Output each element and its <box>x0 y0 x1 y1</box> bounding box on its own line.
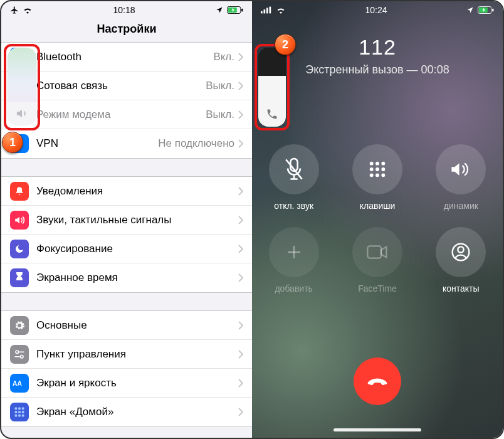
row-label: Звуки, тактильные сигналы <box>36 214 238 226</box>
signal-icon <box>261 6 272 14</box>
chevron-right-icon <box>238 321 243 330</box>
chevron-right-icon <box>238 273 243 282</box>
row-label: Фокусирование <box>36 243 238 255</box>
row-label: VPN <box>36 137 158 150</box>
moon-icon <box>10 240 29 258</box>
gear-icon <box>10 316 29 335</box>
svg-rect-24 <box>492 9 493 12</box>
contacts-button[interactable]: контакты <box>436 227 486 294</box>
keypad-button[interactable]: клавиши <box>352 144 402 211</box>
annotation-box-2 <box>255 44 290 130</box>
button-label: FaceTime <box>358 283 397 294</box>
switches-icon <box>10 345 29 364</box>
chevron-right-icon <box>238 82 243 90</box>
svg-point-40 <box>458 246 464 252</box>
svg-rect-9 <box>15 408 18 410</box>
row-general[interactable]: Основные <box>1 311 252 340</box>
button-label: динамик <box>444 201 478 211</box>
sound-icon <box>10 211 29 230</box>
settings-group-general: Основные Пункт управления AA Экран и ярк… <box>1 310 252 427</box>
page-title: Настройки <box>1 19 252 42</box>
facetime-button[interactable]: FaceTime <box>352 227 402 294</box>
svg-point-30 <box>370 167 374 171</box>
svg-text:AA: AA <box>13 379 22 386</box>
row-label: Пункт управления <box>36 348 238 361</box>
row-sounds[interactable]: Звуки, тактильные сигналы <box>1 206 252 235</box>
annotation-box-1 <box>4 44 40 130</box>
svg-point-33 <box>370 173 374 177</box>
svg-rect-38 <box>367 246 381 258</box>
svg-rect-2 <box>241 9 243 12</box>
status-time: 10:18 <box>113 5 135 15</box>
row-label: Экранное время <box>36 272 238 284</box>
button-label: клавиши <box>360 201 396 211</box>
svg-point-34 <box>375 173 379 177</box>
location-icon <box>466 6 474 14</box>
chevron-right-icon <box>238 187 243 196</box>
home-indicator[interactable] <box>333 428 421 431</box>
row-notifications[interactable]: Уведомления <box>1 177 252 206</box>
chevron-right-icon <box>238 216 243 225</box>
call-screen: 10:24 112 Экстренный вызов — 00:08 откл.… <box>252 1 503 438</box>
chevron-right-icon <box>238 408 243 416</box>
svg-point-27 <box>370 162 374 166</box>
button-label: откл. звук <box>274 201 313 211</box>
speaker-button[interactable]: динамик <box>436 144 486 211</box>
grid-icon <box>10 403 29 421</box>
end-call-button[interactable] <box>354 357 401 405</box>
svg-point-32 <box>381 167 385 171</box>
svg-rect-16 <box>18 415 21 417</box>
chevron-right-icon <box>238 245 243 253</box>
aa-icon: AA <box>10 374 29 393</box>
row-label: Сотовая связь <box>36 80 206 92</box>
row-label: Bluetooth <box>36 51 213 63</box>
svg-rect-12 <box>15 411 18 413</box>
svg-rect-17 <box>22 415 24 417</box>
status-bar: 10:18 <box>1 1 252 19</box>
svg-rect-13 <box>18 411 21 413</box>
row-screentime[interactable]: Экранное время <box>1 263 252 292</box>
svg-rect-15 <box>15 415 18 417</box>
location-icon <box>216 6 223 14</box>
settings-screen: 10:18 Настройки Bluetooth Вкл. <box>1 1 252 438</box>
svg-rect-14 <box>22 411 24 413</box>
row-value: Выкл. <box>206 108 234 121</box>
bell-icon <box>10 182 29 201</box>
status-time: 10:24 <box>365 5 387 15</box>
svg-rect-21 <box>270 7 271 14</box>
chevron-right-icon <box>238 139 243 148</box>
call-subtitle: Экстренный вызов — 00:08 <box>252 63 503 77</box>
svg-rect-18 <box>261 11 263 14</box>
svg-rect-11 <box>22 408 24 410</box>
add-call-button[interactable]: добавить <box>269 227 319 294</box>
wifi-icon <box>23 6 33 14</box>
wifi-icon <box>276 6 286 14</box>
row-control-center[interactable]: Пункт управления <box>1 340 252 369</box>
row-focus[interactable]: Фокусирование <box>1 235 252 263</box>
row-label: Режим модема <box>36 108 206 121</box>
row-label: Экран и яркость <box>36 377 238 389</box>
svg-rect-20 <box>266 8 268 13</box>
chevron-right-icon <box>238 350 243 359</box>
svg-point-29 <box>381 162 385 166</box>
annotation-badge-1: 1 <box>2 132 23 153</box>
chevron-right-icon <box>238 53 243 61</box>
status-bar: 10:24 <box>252 1 503 19</box>
svg-point-31 <box>375 167 379 171</box>
svg-rect-19 <box>264 9 266 13</box>
row-value: Вкл. <box>213 51 234 63</box>
row-value: Выкл. <box>206 80 234 92</box>
svg-point-6 <box>21 355 24 358</box>
row-home-screen[interactable]: Экран «Домой» <box>1 398 252 426</box>
button-label: контакты <box>443 283 480 294</box>
row-vpn[interactable]: VPN VPN Не подключено <box>1 129 252 158</box>
airplane-icon <box>10 6 19 14</box>
battery-icon <box>478 6 494 14</box>
annotation-badge-2: 2 <box>275 34 296 55</box>
chevron-right-icon <box>238 110 243 119</box>
row-display[interactable]: AA Экран и яркость <box>1 369 252 398</box>
button-label: добавить <box>275 283 312 294</box>
svg-point-28 <box>375 162 379 166</box>
mute-button[interactable]: откл. звук <box>269 144 319 211</box>
row-label: Уведомления <box>36 185 238 198</box>
